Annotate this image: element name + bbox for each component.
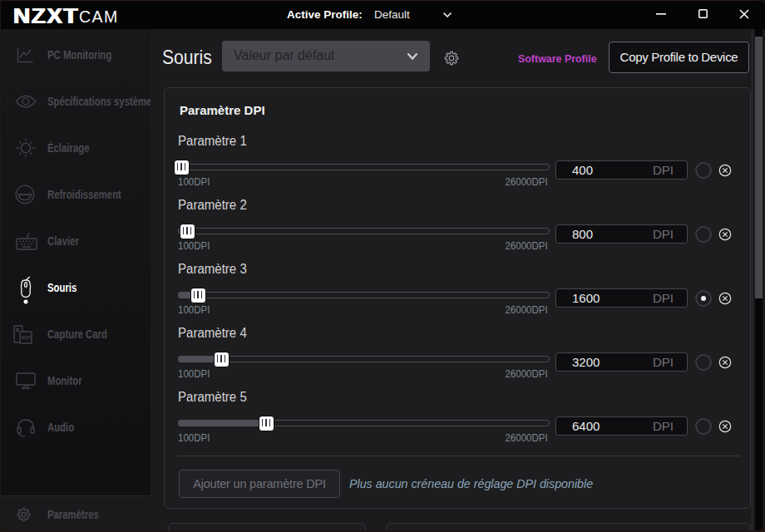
svg-text:NZXT: NZXT xyxy=(22,336,32,340)
